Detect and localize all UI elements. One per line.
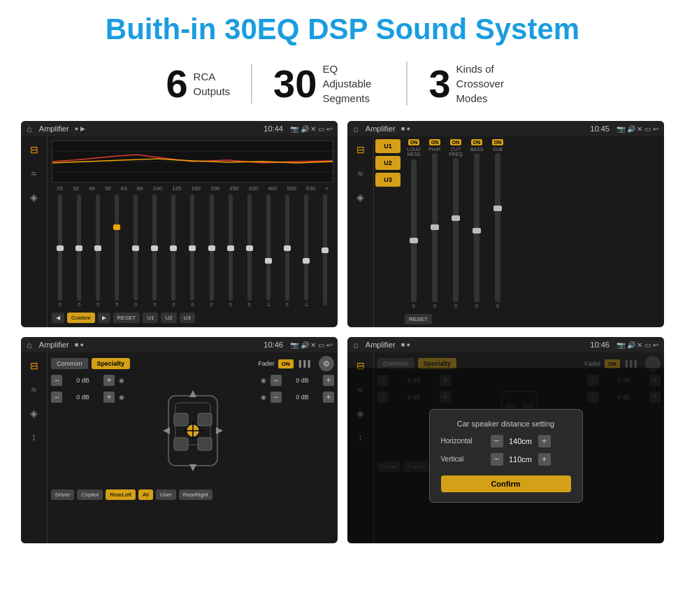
cv-driver-btn[interactable]: Driver xyxy=(51,489,74,500)
stat-rca-number: 6 xyxy=(166,64,187,103)
eq-track-5[interactable] xyxy=(134,194,138,301)
eq-slider-3: 0 xyxy=(89,194,106,307)
svg-marker-15 xyxy=(163,427,170,434)
eq-home-icon[interactable]: ⌂ xyxy=(27,124,32,134)
cv-sidebar-vol-icon[interactable]: ◈ xyxy=(24,406,44,421)
eq-track-9[interactable] xyxy=(210,194,214,301)
u-home-icon[interactable]: ⌂ xyxy=(353,124,359,134)
cv-home-icon[interactable]: ⌂ xyxy=(27,340,32,350)
dlg-status-dots: ■ ● xyxy=(401,341,410,348)
cv-copilot-btn[interactable]: Copilot xyxy=(77,489,103,500)
cv-tab-specialty[interactable]: Specialty xyxy=(92,358,131,369)
dialog-h-plus[interactable]: + xyxy=(538,435,551,447)
eq-track-11[interactable] xyxy=(247,194,252,301)
eq-u3-btn[interactable]: U3 xyxy=(180,313,195,323)
eq-custom-btn[interactable]: Custom xyxy=(67,313,95,323)
ch-loudness-track[interactable] xyxy=(411,159,417,302)
u-sidebar-eq-icon[interactable]: ⊟ xyxy=(351,142,370,157)
eq-val-10: 0 xyxy=(229,302,232,307)
cv-rearleft-btn[interactable]: RearLeft xyxy=(106,489,136,500)
cv-main: Common Specialty Fader ON ▌▌▌ ⚙ xyxy=(48,352,338,543)
u-sidebar-speaker-icon[interactable]: ◈ xyxy=(351,189,370,205)
dialog-h-minus[interactable]: − xyxy=(491,435,503,447)
cv-plus-4[interactable]: + xyxy=(323,392,334,403)
cv-plus-2[interactable]: + xyxy=(103,392,115,403)
ch-phat-on[interactable]: ON xyxy=(429,139,441,145)
u1-btn[interactable]: U1 xyxy=(375,139,401,153)
eq-track-6[interactable] xyxy=(152,194,157,301)
eq-track-7[interactable] xyxy=(171,194,175,301)
stat-crossover-label: Kinds ofCrossover Modes xyxy=(456,62,519,106)
cv-all-btn[interactable]: All xyxy=(138,489,153,500)
ch-bass: ON BASS 0 xyxy=(468,139,486,308)
eq-play-btn[interactable]: ▶ xyxy=(98,313,110,323)
eq-track-12[interactable] xyxy=(266,194,271,301)
cv-rearright-btn[interactable]: RearRight xyxy=(179,489,212,500)
eq-band-630: 630 xyxy=(306,185,315,192)
ch-cutfreq-on[interactable]: ON xyxy=(450,139,462,145)
cv-sidebar-wave-icon[interactable]: ≈ xyxy=(24,382,44,397)
ch-cutfreq: ON CUTFREQ 0 xyxy=(447,139,465,308)
ch-phat: ON PHAT 0 xyxy=(426,139,444,308)
dialog-horizontal-ctrl: − 140cm + xyxy=(491,435,551,447)
ch-bass-on[interactable]: ON xyxy=(471,139,483,145)
cv-minus-3[interactable]: − xyxy=(271,375,282,386)
eq-screen-content: ⊟ ≈ ◈ xyxy=(21,136,338,327)
ch-phat-label: PHAT xyxy=(428,147,441,152)
cv-sidebar-eq-icon[interactable]: ⊟ xyxy=(24,358,44,373)
dlg-home-icon[interactable]: ⌂ xyxy=(353,340,359,350)
eq-track-13[interactable] xyxy=(285,194,289,301)
dialog-confirm-button[interactable]: Confirm xyxy=(441,475,571,492)
eq-track-4[interactable] xyxy=(115,194,119,301)
cv-sidebar-arrow-icon[interactable]: ↕ xyxy=(24,429,44,445)
cv-plus-3[interactable]: + xyxy=(323,375,334,386)
ch-loudness-on[interactable]: ON xyxy=(408,139,420,145)
cv-user-btn[interactable]: User xyxy=(156,489,176,500)
dialog-v-plus[interactable]: + xyxy=(538,453,551,466)
eq-slider-11: 0 xyxy=(241,194,258,307)
eq-prev-btn[interactable]: ◀ xyxy=(52,313,64,323)
cv-plus-1[interactable]: + xyxy=(103,375,115,386)
crossover-screen: ⌂ Amplifier ■ ● 10:46 📷 🔊 ✕ ▭ ↩ ⊟ ≈ ◈ ↕ … xyxy=(21,337,338,543)
eq-sidebar-eq-icon[interactable]: ⊟ xyxy=(24,142,44,157)
eq-reset-btn[interactable]: RESET xyxy=(113,313,140,323)
ch-sub-track[interactable] xyxy=(495,153,500,302)
ch-phat-track[interactable] xyxy=(432,153,438,302)
eq-track-15[interactable] xyxy=(323,194,327,306)
eq-track-1[interactable] xyxy=(58,194,62,301)
eq-track-14[interactable] xyxy=(304,194,308,301)
eq-track-8[interactable] xyxy=(190,194,194,301)
eq-track-3[interactable] xyxy=(96,194,100,301)
eq-track-10[interactable] xyxy=(229,194,233,301)
cv-main-controls: − 0 dB + ◉ − 0 dB + ◉ xyxy=(51,375,334,487)
u2-btn[interactable]: U2 xyxy=(375,156,401,170)
cv-on-badge[interactable]: ON xyxy=(278,359,294,368)
eq-icons-right: 📷 🔊 ✕ ▭ ↩ xyxy=(290,125,332,133)
dlg-app-name: Amplifier xyxy=(366,341,396,349)
dialog-v-minus[interactable]: − xyxy=(491,453,503,466)
eq-u1-btn[interactable]: U1 xyxy=(143,313,158,323)
u-reset-btn[interactable]: RESET xyxy=(405,314,432,324)
ch-cutfreq-track[interactable] xyxy=(453,158,459,302)
cv-tab-common[interactable]: Common xyxy=(51,358,88,369)
eq-track-2[interactable] xyxy=(77,194,81,301)
cv-minus-2[interactable]: − xyxy=(51,392,62,403)
cv-minus-1[interactable]: − xyxy=(51,375,62,386)
ch-loudness-label: LOUDNESS xyxy=(407,147,420,157)
eq-band-25: 25 xyxy=(57,185,63,192)
u-sidebar-wave-icon[interactable]: ≈ xyxy=(351,166,370,181)
u3-btn[interactable]: U3 xyxy=(375,173,401,187)
ch-bass-val: 0 xyxy=(475,303,478,308)
ch-sub-on[interactable]: ON xyxy=(492,139,504,145)
stat-eq: 30 EQ AdjustableSegments xyxy=(252,62,408,106)
eq-sidebar-speaker-icon[interactable]: ◈ xyxy=(24,189,44,205)
cv-speaker-icon-1: ◉ xyxy=(119,377,124,384)
eq-band-50: 50 xyxy=(105,185,111,192)
cv-car-diagram xyxy=(129,375,257,487)
eq-sidebar-wave-icon[interactable]: ≈ xyxy=(24,166,44,181)
ch-bass-track[interactable] xyxy=(474,153,480,302)
eq-u2-btn[interactable]: U2 xyxy=(161,313,176,323)
cv-status-dots: ■ ● xyxy=(75,341,84,348)
cv-minus-4[interactable]: − xyxy=(271,392,282,403)
cv-settings-icon[interactable]: ⚙ xyxy=(319,356,334,371)
